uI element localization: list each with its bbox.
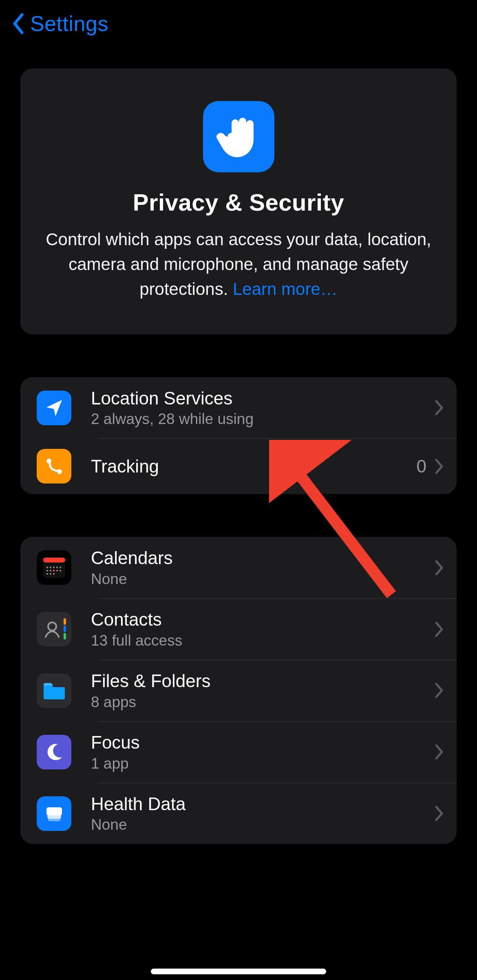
svg-point-14 <box>50 573 51 575</box>
row-label: Tracking <box>91 456 417 477</box>
row-sublabel: 8 apps <box>91 694 435 711</box>
row-sublabel: 1 app <box>91 755 435 772</box>
svg-point-16 <box>53 569 55 571</box>
row-label: Focus <box>91 732 435 754</box>
svg-point-4 <box>46 567 48 568</box>
row-label: Files & Folders <box>91 670 435 692</box>
contacts-icon <box>37 612 71 646</box>
content: Privacy & Security Control which apps ca… <box>0 44 477 844</box>
row-sublabel: 2 always, 28 while using <box>91 411 435 428</box>
header-card: Privacy & Security Control which apps ca… <box>20 68 457 334</box>
row-text: Calendars None <box>91 547 435 588</box>
chevron-right-icon <box>435 744 444 760</box>
svg-point-15 <box>53 573 55 575</box>
row-text: Focus 1 app <box>91 732 435 772</box>
svg-rect-19 <box>64 618 66 625</box>
chevron-right-icon <box>435 560 444 576</box>
back-label[interactable]: Settings <box>30 11 108 36</box>
health-icon <box>37 796 71 831</box>
focus-icon <box>37 735 71 769</box>
settings-group-location: Location Services 2 always, 28 while usi… <box>20 377 457 494</box>
svg-rect-20 <box>64 626 66 632</box>
row-text: Tracking <box>91 456 417 477</box>
svg-point-5 <box>50 567 51 568</box>
svg-point-13 <box>46 573 48 575</box>
row-label: Location Services <box>91 388 435 409</box>
svg-point-12 <box>60 570 61 571</box>
row-files-and-folders[interactable]: Files & Folders 8 apps <box>20 660 457 721</box>
header-description: Control which apps can access your data,… <box>45 227 432 302</box>
row-label: Contacts <box>91 609 435 631</box>
svg-point-10 <box>50 570 51 571</box>
chevron-right-icon <box>435 805 444 822</box>
tracking-icon <box>37 449 71 483</box>
row-sublabel: None <box>91 816 435 833</box>
header-title: Privacy & Security <box>45 189 432 216</box>
svg-point-6 <box>53 567 55 568</box>
nav-bar: Settings <box>0 0 477 44</box>
svg-rect-3 <box>43 558 65 563</box>
row-calendars[interactable]: Calendars None <box>20 537 457 598</box>
svg-rect-24 <box>46 807 62 815</box>
row-value: 0 <box>417 456 426 477</box>
chevron-left-icon <box>12 13 24 34</box>
svg-rect-17 <box>42 617 64 642</box>
svg-point-0 <box>46 459 51 464</box>
row-text: Location Services 2 always, 28 while usi… <box>91 388 435 428</box>
home-indicator <box>151 969 326 974</box>
row-sublabel: 13 full access <box>91 632 435 649</box>
calendar-icon <box>37 550 71 585</box>
row-tracking[interactable]: Tracking 0 <box>20 438 457 494</box>
row-health-data[interactable]: Health Data None <box>20 783 457 844</box>
row-text: Health Data None <box>91 793 435 834</box>
row-location-services[interactable]: Location Services 2 always, 28 while usi… <box>20 377 457 439</box>
svg-point-8 <box>60 567 61 568</box>
location-icon <box>37 391 71 425</box>
row-text: Contacts 13 full access <box>91 609 435 649</box>
files-icon <box>37 673 71 708</box>
svg-point-11 <box>56 570 58 571</box>
row-contacts[interactable]: Contacts 13 full access <box>20 598 457 660</box>
chevron-right-icon <box>435 400 444 416</box>
row-label: Calendars <box>91 547 435 569</box>
settings-group-data: Calendars None Contacts 13 ful <box>20 537 457 844</box>
chevron-right-icon <box>435 682 444 699</box>
learn-more-link[interactable]: Learn more… <box>233 279 338 299</box>
privacy-icon <box>203 101 274 172</box>
row-sublabel: None <box>91 571 435 588</box>
svg-rect-21 <box>64 633 66 639</box>
svg-point-9 <box>46 570 48 571</box>
chevron-right-icon <box>435 458 444 475</box>
row-focus[interactable]: Focus 1 app <box>20 721 457 783</box>
chevron-right-icon <box>435 621 444 637</box>
back-button[interactable] <box>12 13 24 34</box>
row-text: Files & Folders 8 apps <box>91 670 435 711</box>
svg-point-7 <box>56 567 58 568</box>
row-label: Health Data <box>91 793 435 815</box>
